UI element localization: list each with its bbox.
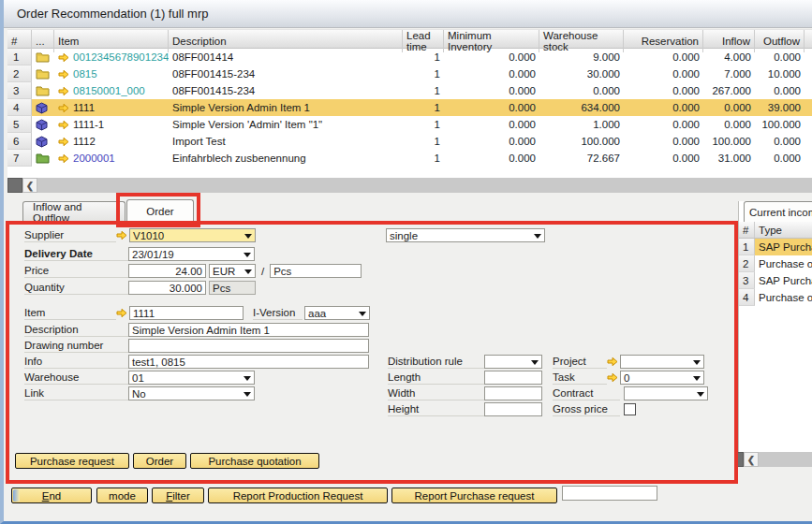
inflow-cell[interactable]: 0.000 [703,116,755,133]
description-cell[interactable]: 08FF001414 [169,49,403,66]
item-cell[interactable]: 1112 [54,133,169,150]
income-type-cell[interactable]: SAP Purchase [755,272,812,289]
row-number[interactable]: 6 [7,133,32,150]
description-cell[interactable]: Import Test [169,133,403,150]
reservation-cell[interactable]: 0.000 [624,133,703,150]
row-number[interactable]: 3 [7,82,32,99]
link-arrow-icon[interactable] [116,230,127,240]
lead-time-cell[interactable]: 1 [403,49,444,66]
price-uom-input[interactable]: Pcs [270,264,362,278]
income-scroll-left-icon[interactable]: ❮ [744,452,759,467]
lead-time-cell[interactable]: 1 [403,116,444,133]
item-cell[interactable]: 00123456789012345679010 [54,49,169,66]
income-horizontal-scrollbar[interactable]: ❮ [734,452,812,467]
report-production-request-button[interactable]: Report Production Request [208,488,388,503]
length-input[interactable] [484,371,542,385]
project-combo[interactable] [620,355,704,369]
min-inventory-cell[interactable]: 0.000 [444,82,539,99]
table-row[interactable]: 51111-1Simple Version 'Admin' Item "1"10… [7,116,812,133]
gross-price-checkbox[interactable] [624,403,636,415]
info-input[interactable]: test1, 0815 [128,355,369,369]
link-arrow-icon[interactable] [58,69,69,80]
height-input[interactable] [484,402,542,416]
description-cell[interactable]: 08FF001415-234 [169,66,403,82]
row-number[interactable]: 4 [7,99,32,116]
scrollbar-track[interactable] [37,178,812,193]
order-button[interactable]: Order [133,453,186,469]
footer-text-input[interactable] [562,486,657,501]
item-cell[interactable]: 1111-1 [54,116,169,133]
lead-time-cell[interactable]: 1 [403,150,444,167]
scrollbar-corner-box[interactable] [7,178,22,193]
lead-time-cell[interactable]: 1 [403,99,444,116]
income-col-num[interactable]: # [739,222,755,238]
warehouse-stock-cell[interactable]: 1.000 [539,116,624,133]
link-arrow-icon[interactable] [607,357,618,367]
table-row[interactable]: 61112Import Test10.000100.0000.000100.00… [7,133,812,150]
order-mode-combo[interactable]: single [386,228,545,242]
currency-combo[interactable]: EUR [209,264,256,278]
item-cell[interactable]: 1111 [54,99,169,116]
income-type-cell[interactable]: Purchase orde [755,289,812,306]
outflow-cell[interactable]: 0.000 [755,150,805,167]
link-arrow-icon[interactable] [58,137,69,147]
drawing-number-input[interactable] [128,339,369,353]
reservation-cell[interactable]: 0.000 [624,150,703,167]
income-row[interactable]: 1SAP Purchase [739,239,812,255]
min-inventory-cell[interactable]: 0.000 [444,150,539,167]
contract-combo[interactable] [624,386,708,400]
link-arrow-icon[interactable] [58,52,69,63]
income-type-cell[interactable]: SAP Purchase [755,239,812,255]
reservation-cell[interactable]: 0.000 [624,82,703,99]
outflow-cell[interactable]: 10.000 [755,66,805,82]
description-cell[interactable]: Simple Version Admin Item 1 [169,99,403,116]
link-arrow-icon[interactable] [58,153,69,164]
inflow-cell[interactable]: 267.000 [703,82,755,99]
reservation-cell[interactable]: 0.000 [624,116,703,133]
row-number[interactable]: 1 [7,49,32,66]
table-row[interactable]: 41111Simple Version Admin Item 110.00063… [7,99,812,116]
outflow-cell[interactable]: 100.000 [755,116,805,133]
description-cell[interactable]: 08FF001415-234 [169,82,403,99]
reservation-cell[interactable]: 0.000 [624,49,703,66]
income-row[interactable]: 2Purchase orde [739,255,812,272]
warehouse-stock-cell[interactable]: 30.000 [539,66,624,82]
tab-inflow-and-outflow[interactable]: Inflow and Outflow [22,201,125,222]
warehouse-stock-cell[interactable]: 634.000 [539,99,624,116]
link-arrow-icon[interactable] [607,372,618,383]
i-version-combo[interactable]: aaa [304,306,370,320]
table-row[interactable]: 2081508FF001415-23410.00030.0000.0007.00… [7,66,812,82]
description-cell[interactable]: Simple Version 'Admin' Item "1" [169,116,403,133]
lead-time-cell[interactable]: 1 [403,133,444,150]
price-input[interactable]: 24.00 [128,264,206,278]
row-number[interactable]: 7 [7,150,32,167]
min-inventory-cell[interactable]: 0.000 [444,116,539,133]
end-button[interactable]: End [11,488,92,503]
warehouse-stock-cell[interactable]: 9.000 [539,49,624,66]
inflow-cell[interactable]: 7.000 [703,66,755,82]
row-number[interactable]: 3 [739,272,755,289]
item-cell[interactable]: 0815 [54,66,169,82]
width-input[interactable] [484,386,542,400]
lead-time-cell[interactable]: 1 [403,82,444,99]
warehouse-stock-cell[interactable]: 100.000 [539,133,624,150]
link-arrow-icon[interactable] [58,120,69,130]
lead-time-cell[interactable]: 1 [403,66,444,82]
income-row[interactable]: 3SAP Purchase [739,272,812,289]
outflow-cell[interactable]: 0.000 [755,82,805,99]
table-row[interactable]: 10012345678901234567901008FF00141410.000… [7,49,812,66]
report-purchase-request-button[interactable]: Report Purchase request [391,488,557,503]
row-number[interactable]: 4 [739,289,755,306]
min-inventory-cell[interactable]: 0.000 [444,66,539,82]
reservation-cell[interactable]: 0.000 [624,99,703,116]
warehouse-stock-cell[interactable]: 72.667 [539,150,624,167]
scroll-left-icon[interactable]: ❮ [22,178,37,193]
row-number[interactable]: 2 [7,66,32,82]
income-scrollbar-track[interactable] [759,452,812,467]
tab-current-income[interactable]: Current income [744,201,812,222]
inflow-cell[interactable]: 4.000 [703,49,755,66]
inflow-cell[interactable]: 0.000 [703,99,755,116]
filter-button[interactable]: Filter [152,488,204,503]
reservation-cell[interactable]: 0.000 [624,66,703,82]
purchase-quotation-button[interactable]: Purchase quotation [190,453,319,469]
